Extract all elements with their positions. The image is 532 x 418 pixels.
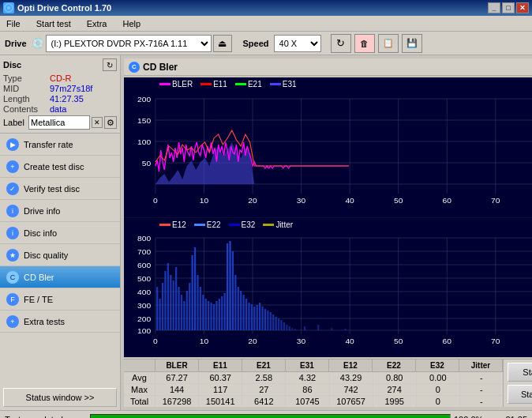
svg-rect-114 [270,312,272,330]
refresh-button[interactable]: ↻ [331,34,351,53]
nav-item-disc-quality[interactable]: ★ Disc quality [0,244,120,266]
svg-text:100: 100 [137,326,151,334]
svg-text:30: 30 [297,197,305,205]
menu-file[interactable]: File [3,17,24,30]
legend-e12: E12 [159,220,186,229]
stats-max-jitter: - [460,384,503,395]
legend-e11: E11 [200,80,227,88]
nav-item-verify-test-disc[interactable]: ✓ Verify test disc [0,178,120,200]
nav-item-fe-te[interactable]: F FE / TE [0,288,120,311]
svg-rect-127 [344,329,346,330]
disc-type-row: Type CD-R [3,73,117,83]
svg-rect-80 [178,287,179,330]
svg-text:10: 10 [200,197,208,205]
nav-item-cd-bler[interactable]: C CD Bler [0,266,120,288]
svg-rect-81 [181,295,182,330]
disc-contents-value: data [50,104,66,114]
svg-text:50: 50 [142,160,151,168]
nav-item-extra-tests[interactable]: + Extra tests [0,311,120,333]
menu-start-test[interactable]: Start test [33,17,74,30]
speed-select[interactable]: 40 X [274,35,321,52]
disc-refresh-button[interactable]: ↻ [103,58,117,71]
nav-item-disc-info[interactable]: i Disc info [0,222,120,244]
disc-label-key: Label [3,118,27,127]
svg-rect-78 [173,281,174,330]
progress-percentage: 100.0% [454,415,489,419]
save-button[interactable]: 💾 [402,34,422,53]
transfer-rate-icon: ▶ [6,138,19,151]
nav-item-transfer-rate[interactable]: ▶ Transfer rate [0,134,120,156]
svg-rect-75 [164,271,166,330]
label-settings-button[interactable]: ⚙ [104,116,117,129]
stats-total-e31: 10745 [286,396,329,407]
menu-extra[interactable]: Extra [84,17,111,30]
nav-item-create-test-disc[interactable]: + Create test disc [0,156,120,178]
minimize-button[interactable]: _ [488,2,500,13]
svg-rect-111 [261,307,263,330]
nav-item-drive-info[interactable]: i Drive info [0,200,120,222]
svg-text:50: 50 [394,337,403,345]
status-bar: Test completed 100.0% 01:35 [0,410,532,418]
stats-area: BLER E11 E21 E31 E12 E22 E32 Jitter Avg … [124,360,503,407]
disc-label-row: Label ✕ ⚙ [3,115,117,130]
disc-length-label: Length [3,94,47,104]
stats-total-bler: 167298 [155,396,199,407]
stats-max-e22: 274 [373,384,417,395]
verify-test-disc-icon: ✓ [6,183,19,195]
stats-max-row: Max 144 117 27 86 742 274 0 - [124,384,503,396]
svg-rect-102 [238,287,239,330]
title-bar: Opti Drive Control 1.70 _ □ ✕ [0,0,532,16]
start-full-button[interactable]: Start full [508,363,533,382]
create-test-disc-icon: + [6,160,19,173]
copy-button[interactable]: 📋 [378,34,399,53]
stats-max-e21: 27 [242,384,286,395]
drive-label: Drive [5,39,27,48]
bottom-chart-legend: E12 E22 E32 Jitter [124,218,532,232]
chart-title-bar: C CD Bler [124,58,532,76]
stats-header-row: BLER E11 E21 E31 E12 E22 E32 Jitter [124,360,503,372]
svg-rect-110 [259,303,260,330]
stats-total-e22: 1995 [373,396,417,407]
drive-eject-button[interactable]: ⏏ [213,35,232,52]
svg-rect-85 [192,255,193,330]
stats-avg-bler: 67.27 [155,372,199,383]
cd-bler-icon: C [6,271,19,284]
svg-text:500: 500 [137,274,151,282]
status-window-button[interactable]: Status window >> [3,388,117,407]
close-button[interactable]: ✕ [516,2,529,13]
legend-e21: E21 [235,80,262,88]
speed-label: Speed [243,39,269,48]
start-part-button[interactable]: Start part [508,385,533,404]
svg-rect-120 [286,325,287,330]
stats-avg-label: Avg [124,372,155,383]
maximize-button[interactable]: □ [502,2,515,13]
svg-rect-113 [267,311,268,330]
svg-rect-92 [210,303,212,330]
svg-rect-122 [291,328,293,330]
content-area: C CD Bler BLER E11 [121,55,532,410]
chart-icon: C [129,62,140,73]
stats-avg-e21: 2.58 [242,372,286,383]
stats-total-e21: 6412 [242,396,286,407]
stats-max-e32: 0 [417,384,460,395]
disc-type-label: Type [3,73,47,83]
svg-rect-76 [167,263,169,330]
svg-rect-112 [264,309,266,330]
svg-rect-89 [202,295,204,330]
stats-col-e21: E21 [242,360,286,371]
menu-help[interactable]: Help [119,17,144,30]
svg-rect-125 [317,325,319,330]
disc-label-input[interactable] [28,115,90,130]
nav-label-transfer-rate: Transfer rate [24,140,73,149]
drive-select[interactable]: (I:) PLEXTOR DVDR PX-716A 1.11 [46,35,212,52]
svg-rect-100 [232,251,234,330]
window-controls[interactable]: _ □ ✕ [488,2,529,13]
disc-info-panel: Disc ↻ Type CD-R MID 97m27s18f Length 41… [0,55,120,134]
label-clear-button[interactable]: ✕ [92,117,103,128]
stats-avg-jitter: - [460,372,503,383]
svg-rect-86 [194,247,196,330]
disc-type-value: CD-R [50,73,72,83]
svg-rect-98 [227,243,228,330]
action-buttons-area: Start full Start part [503,360,532,407]
erase-button[interactable]: 🗑 [354,34,375,53]
